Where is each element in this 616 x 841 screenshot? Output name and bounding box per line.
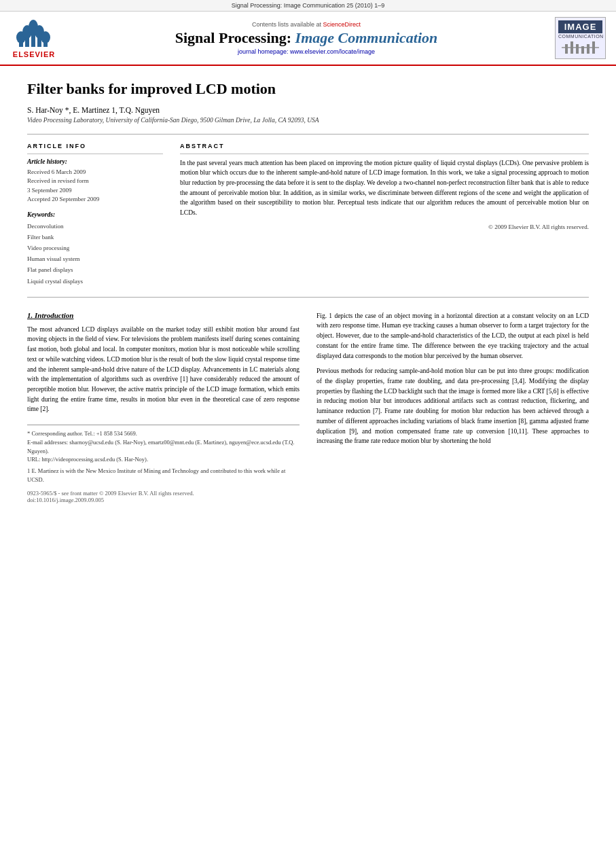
keywords-label: Keywords: [27,211,163,218]
body-content: 1. Introduction The most advanced LCD di… [27,311,589,503]
article-dates: Received 6 March 2009 Received in revise… [27,168,163,204]
homepage-url[interactable]: www.elsevier.com/locate/image [290,48,375,55]
footnote-corresponding: * Corresponding author. Tel.: +1 858 534… [27,429,300,438]
svg-rect-11 [565,44,568,54]
issn-line: 0923-5965/$ - see front matter © 2009 El… [27,490,300,503]
logo-comm-text: COMMUNICATION [558,34,602,39]
copyright: © 2009 Elsevier B.V. All rights reserved… [180,223,589,230]
affiliation: Video Processing Laboratory, University … [27,117,589,124]
article-history-label: Article history: [27,158,163,165]
svg-rect-12 [570,41,573,54]
abstract-col: ABSTRACT In the past several years much … [180,143,589,287]
journal-title-block: Contents lists available at ScienceDirec… [68,21,545,55]
journal-full-name: Signal Processing: Image Communication [68,29,545,47]
article-info-abstract: ARTICLE INFO Article history: Received 6… [27,143,589,287]
journal-name-bold: Signal Processing: [175,29,295,46]
elsevier-wordmark: ELSEVIER [10,50,58,58]
body-left-col: 1. Introduction The most advanced LCD di… [27,311,300,503]
intro-paragraph-1: The most advanced LCD displays available… [27,325,300,414]
intro-section-title: 1. Introduction [27,311,300,319]
article-title: Filter banks for improved LCD motion [27,79,589,99]
sciencedirect-link[interactable]: ScienceDirect [323,21,361,28]
keywords-list: Deconvolution Filter bank Video processi… [27,221,163,287]
contents-line: Contents lists available at ScienceDirec… [68,21,545,28]
abstract-header: ABSTRACT [180,143,589,149]
logo-image-text: IMAGE [558,20,602,33]
journal-citation: Signal Processing: Image Communication 2… [232,2,385,9]
elsevier-logo: ELSEVIER [10,18,58,58]
elsevier-tree-icon [16,18,53,50]
footnote-1: 1 E. Martinez is with the New Mexico Ins… [27,467,300,484]
divider-2 [27,297,589,298]
svg-rect-14 [581,46,584,54]
main-content: Filter banks for improved LCD motion S. … [0,66,616,517]
svg-rect-13 [576,44,579,54]
svg-point-9 [41,31,50,43]
divider-1 [27,134,589,135]
footnote-url: URL: http://videoprocessing.ucsd.edu (S.… [27,455,300,464]
abstract-text: In the past several years much attention… [180,158,589,218]
article-info-col: ARTICLE INFO Article history: Received 6… [27,143,163,287]
intro-right-paragraph-1: Fig. 1 depicts the case of an object mov… [316,311,589,361]
body-right-col: Fig. 1 depicts the case of an object mov… [316,311,589,503]
journal-logo-box: IMAGE COMMUNICATION [555,17,606,59]
svg-rect-16 [592,41,595,54]
journal-citation-bar: Signal Processing: Image Communication 2… [0,0,616,12]
journal-homepage: journal homepage: www.elsevier.com/locat… [68,48,545,55]
authors: S. Har-Noy *, E. Martinez 1, T.Q. Nguyen [27,106,589,114]
footnote-emails: E-mail addresses: sharnoy@ucsd.edu (S. H… [27,438,300,456]
svg-rect-15 [587,44,590,54]
intro-right-paragraph-2: Previous methods for reducing sample-and… [316,366,589,446]
footnotes: * Corresponding author. Tel.: +1 858 534… [27,425,300,484]
journal-header: ELSEVIER Contents lists available at Sci… [0,12,616,66]
article-info-header: ARTICLE INFO [27,143,163,149]
journal-name-italic: Image Communication [295,29,438,46]
